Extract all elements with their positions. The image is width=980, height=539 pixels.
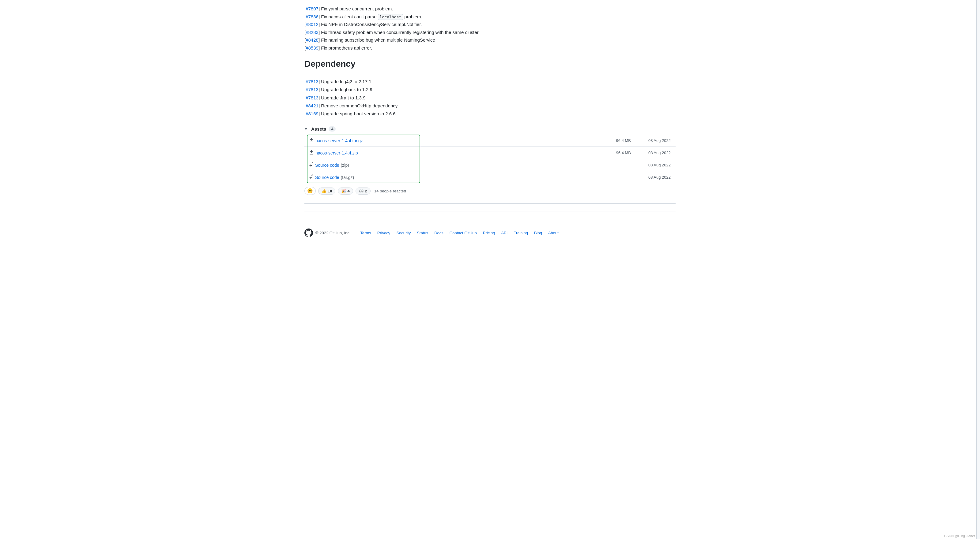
asset-name-cell: nacos-server-1.4.4.zip — [304, 147, 421, 159]
list-item: [#7836] Fix nacos-client can't parse loc… — [304, 13, 676, 21]
file-code-icon — [309, 162, 313, 168]
file-code-icon — [309, 174, 313, 180]
footer-link-api[interactable]: API — [501, 231, 508, 235]
issue-link-8283[interactable]: #8283 — [305, 30, 318, 35]
source-code-tar-link[interactable]: Source code (tar.gz) — [315, 175, 354, 180]
party-emoji: 🎉 — [341, 189, 346, 193]
dep-link-7813-1[interactable]: #7813 — [305, 79, 318, 84]
party-reaction[interactable]: 🎉 4 — [338, 187, 353, 195]
assets-header[interactable]: Assets 4 — [304, 126, 676, 132]
asset-date: 08 Aug 2022 — [636, 160, 676, 170]
dep-link-8169[interactable]: #8169 — [305, 111, 318, 116]
dependency-list: [#7813] Upgrade log4j2 to 2.17.1. [#7813… — [304, 78, 676, 118]
asset-size: 96.4 MB — [421, 135, 636, 146]
download-icon — [309, 150, 313, 156]
list-item: [#8421] Remove commonOkHttp dependency. — [304, 102, 676, 110]
asset-zip-link[interactable]: nacos-server-1.4.4.zip — [315, 151, 358, 155]
source-code-zip-link[interactable]: Source code (zip) — [315, 163, 349, 168]
issue-link-8539[interactable]: #8539 — [305, 45, 318, 51]
footer-copyright: © 2022 GitHub, Inc. — [315, 231, 350, 235]
footer-link-terms[interactable]: Terms — [360, 231, 371, 235]
asset-name-cell: Source code (zip) — [304, 159, 421, 171]
list-item: [#8283] Fix thread safety problem when c… — [304, 29, 676, 36]
asset-size — [421, 162, 636, 168]
collapse-icon — [304, 128, 307, 130]
asset-row: Source code (zip) 08 Aug 2022 — [304, 159, 676, 171]
list-item: [#7813] Upgrade Jraft to 1.3.9. — [304, 94, 676, 102]
list-item: [#8539] Fix prometheus api error. — [304, 44, 676, 52]
list-item: [#7807] Fix yaml parse concurrent proble… — [304, 5, 676, 13]
dep-link-7813-3[interactable]: #7813 — [305, 95, 318, 100]
thumbsup-count: 10 — [328, 189, 332, 193]
eyes-emoji: 👀 — [359, 189, 364, 193]
reactions-bar: 😊 👍 10 🎉 4 👀 2 14 people reacted — [304, 183, 676, 196]
list-item: [#8169] Upgrade spring-boot version to 2… — [304, 110, 676, 118]
footer-link-blog[interactable]: Blog — [534, 231, 542, 235]
reactions-summary: 14 people reacted — [374, 189, 406, 193]
assets-label: Assets — [311, 126, 326, 132]
dep-link-8421[interactable]: #8421 — [305, 103, 318, 108]
eyes-reaction[interactable]: 👀 2 — [356, 187, 371, 195]
list-item: [#8012] Fix NPE in DistroConsistencyServ… — [304, 21, 676, 29]
asset-row: nacos-server-1.4.4.zip 96.4 MB 08 Aug 20… — [304, 147, 676, 159]
issue-link-7836[interactable]: #7836 — [305, 14, 318, 19]
eyes-count: 2 — [365, 189, 367, 193]
issue-link-7807[interactable]: #7807 — [305, 6, 318, 11]
footer-link-contact[interactable]: Contact GitHub — [450, 231, 477, 235]
add-reaction-button[interactable]: 😊 — [304, 187, 316, 195]
footer-link-privacy[interactable]: Privacy — [377, 231, 390, 235]
asset-row: nacos-server-1.4.4.tar.gz 96.4 MB 08 Aug… — [304, 135, 676, 147]
footer-link-status[interactable]: Status — [417, 231, 428, 235]
footer-link-security[interactable]: Security — [396, 231, 411, 235]
list-item: [#7813] Upgrade logback to 1.2.9. — [304, 86, 676, 94]
dep-link-7813-2[interactable]: #7813 — [305, 87, 318, 92]
asset-date: 08 Aug 2022 — [636, 172, 676, 182]
asset-name-cell: Source code (tar.gz) — [304, 171, 421, 183]
thumbsup-emoji: 👍 — [321, 189, 326, 193]
section-divider — [304, 211, 676, 211]
footer-link-about[interactable]: About — [548, 231, 558, 235]
footer-link-pricing[interactable]: Pricing — [483, 231, 495, 235]
asset-name-cell: nacos-server-1.4.4.tar.gz — [304, 135, 421, 146]
issue-link-8428[interactable]: #8428 — [305, 37, 318, 43]
asset-row: Source code (tar.gz) 08 Aug 2022 — [304, 171, 676, 183]
assets-rows: nacos-server-1.4.4.tar.gz 96.4 MB 08 Aug… — [304, 135, 676, 183]
party-count: 4 — [347, 189, 350, 193]
asset-date: 08 Aug 2022 — [636, 135, 676, 146]
bugfix-list: [#7807] Fix yaml parse concurrent proble… — [304, 5, 676, 52]
thumbsup-reaction[interactable]: 👍 10 — [318, 187, 335, 195]
asset-size: 96.4 MB — [421, 147, 636, 158]
github-logo-icon — [304, 228, 313, 237]
assets-section: Assets 4 nacos-ser — [304, 126, 676, 196]
page-footer: © 2022 GitHub, Inc. Terms Privacy Securi… — [304, 219, 676, 244]
list-item: [#8428] Fix naming subscribe bug when mu… — [304, 36, 676, 44]
asset-size — [421, 174, 636, 181]
assets-layout: nacos-server-1.4.4.tar.gz 96.4 MB 08 Aug… — [304, 135, 676, 183]
footer-nav: Terms Privacy Security Status Docs Conta… — [360, 231, 558, 235]
asset-tar-gz-link[interactable]: nacos-server-1.4.4.tar.gz — [315, 138, 363, 143]
footer-logo: © 2022 GitHub, Inc. — [304, 228, 350, 237]
issue-link-8012[interactable]: #8012 — [305, 22, 318, 27]
assets-count: 4 — [329, 126, 336, 132]
footer-link-docs[interactable]: Docs — [434, 231, 444, 235]
dependency-heading: Dependency — [304, 59, 676, 72]
download-icon — [309, 138, 313, 143]
asset-date: 08 Aug 2022 — [636, 147, 676, 158]
footer-link-training[interactable]: Training — [514, 231, 528, 235]
list-item: [#7813] Upgrade log4j2 to 2.17.1. — [304, 78, 676, 86]
